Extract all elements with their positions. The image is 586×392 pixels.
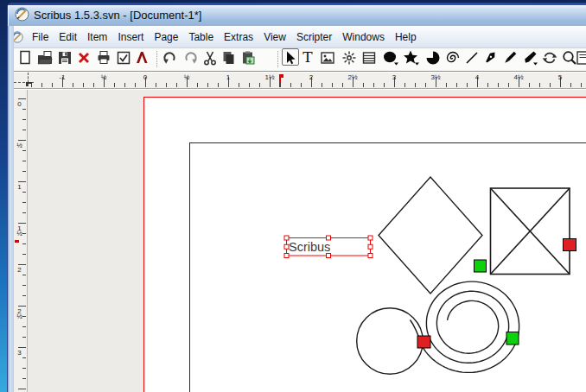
- insert-arc-icon[interactable]: [424, 49, 442, 66]
- insert-table-icon[interactable]: [360, 49, 378, 66]
- menu-view[interactable]: View: [258, 26, 291, 47]
- cut-icon[interactable]: [201, 49, 219, 66]
- diamond-shape[interactable]: [379, 177, 482, 294]
- paste-icon[interactable]: [239, 49, 257, 66]
- ruler-label: 1 ½: [16, 226, 23, 237]
- ruler-label: 3: [16, 351, 23, 356]
- ruler-label: 0: [143, 73, 147, 81]
- copy-icon[interactable]: [220, 49, 237, 66]
- menu-scripter[interactable]: Scripter: [291, 26, 337, 47]
- ruler-label: ½: [101, 73, 107, 81]
- ruler-cursor-marker: [15, 240, 19, 243]
- menu-item[interactable]: Item: [82, 26, 112, 47]
- desktop-background: Scribus 1.5.3.svn - [Document-1*] FileEd…: [0, 0, 586, 392]
- insert-render-frame-icon[interactable]: [341, 49, 358, 66]
- scribus-window: Scribus 1.5.3.svn - [Document-1*] FileEd…: [7, 3, 586, 392]
- insert-freehand-line-icon[interactable]: [501, 49, 519, 66]
- rotate-item-icon[interactable]: [541, 49, 558, 66]
- green-square-object[interactable]: [506, 332, 519, 345]
- open-icon[interactable]: [36, 49, 54, 66]
- preflight-verifier-icon[interactable]: [115, 49, 132, 66]
- ruler-label: 5: [558, 73, 562, 81]
- export-pdf-icon[interactable]: [133, 49, 150, 66]
- red-square-object[interactable]: [564, 239, 576, 251]
- circle-shape[interactable]: [357, 308, 424, 375]
- ruler-label: 1: [16, 185, 23, 190]
- close-icon[interactable]: [75, 49, 92, 66]
- menu-windows[interactable]: Windows: [337, 26, 390, 47]
- ruler-label: 4½: [513, 73, 523, 81]
- vertical-ruler[interactable]: 0½11 ½22 ½33 ½: [14, 90, 28, 392]
- toolbar: T: [8, 48, 586, 72]
- menu-extras[interactable]: Extras: [219, 26, 258, 47]
- menu-edit[interactable]: Edit: [54, 26, 82, 47]
- green-square-object[interactable]: [475, 260, 487, 272]
- save-icon[interactable]: [56, 49, 73, 66]
- insert-text-frame-icon[interactable]: T: [299, 49, 316, 66]
- insert-spiral-icon[interactable]: [444, 49, 462, 66]
- image-frame-placeholder[interactable]: [491, 188, 570, 275]
- menubar: FileEditItemInsertPageTableExtrasViewScr…: [8, 26, 586, 48]
- ruler-label: 3: [392, 73, 396, 81]
- window-title: Scribus 1.5.3.svn - [Document-1*]: [34, 9, 201, 22]
- menu-help[interactable]: Help: [390, 26, 422, 47]
- insert-bezier-curve-icon[interactable]: [481, 49, 499, 66]
- spiral-shape[interactable]: [420, 281, 519, 372]
- undo-icon[interactable]: [161, 49, 178, 66]
- new-document-icon[interactable]: [16, 49, 34, 66]
- page-objects: Scribus: [28, 90, 586, 392]
- select-item-icon[interactable]: [281, 49, 298, 66]
- ruler-label: ½: [184, 73, 190, 81]
- edit-contents-icon[interactable]: [575, 49, 586, 66]
- scribus-logo-icon: [15, 7, 29, 22]
- menu-table[interactable]: Table: [183, 26, 219, 47]
- titlebar[interactable]: Scribus 1.5.3.svn - [Document-1*]: [8, 5, 586, 26]
- insert-calligraphic-line-icon[interactable]: [521, 49, 538, 66]
- red-square-object[interactable]: [417, 336, 430, 348]
- ruler-label: -1: [59, 73, 65, 81]
- ruler-label: 0: [16, 102, 23, 107]
- ruler-label: 2: [16, 268, 23, 273]
- ruler-label: 3½: [430, 73, 440, 81]
- horizontal-ruler[interactable]: -1½0½11½22½33½44½5: [8, 73, 586, 89]
- ruler-origin-corner: [26, 82, 32, 86]
- insert-line-icon[interactable]: [463, 49, 481, 66]
- print-icon[interactable]: [95, 49, 112, 66]
- ruler-label: 2: [309, 73, 313, 81]
- toolbar-separator: [156, 51, 157, 67]
- ruler-label: 4: [475, 73, 479, 81]
- ruler-label: 1: [226, 73, 230, 81]
- window-border: [8, 26, 14, 392]
- selected-text-frame[interactable]: Scribus: [284, 236, 373, 258]
- menu-insert[interactable]: Insert: [112, 26, 149, 47]
- redo-icon[interactable]: [182, 49, 200, 66]
- menu-page[interactable]: Page: [149, 26, 183, 47]
- insert-shape-icon[interactable]: [382, 49, 399, 66]
- menu-file[interactable]: File: [27, 26, 54, 47]
- text-frame-glyph: T: [299, 49, 316, 66]
- ruler-label: 2 ½: [16, 309, 23, 319]
- insert-polygon-icon[interactable]: [403, 49, 420, 66]
- ruler-label: ½: [16, 143, 23, 149]
- canvas[interactable]: Scribus: [28, 90, 586, 392]
- text-frame-text: Scribus: [289, 240, 330, 254]
- ruler-label: 1½: [264, 73, 274, 81]
- toolbar-drag-handle[interactable]: [277, 51, 278, 67]
- insert-image-frame-icon[interactable]: [319, 49, 336, 66]
- ruler-label: 2½: [347, 73, 357, 81]
